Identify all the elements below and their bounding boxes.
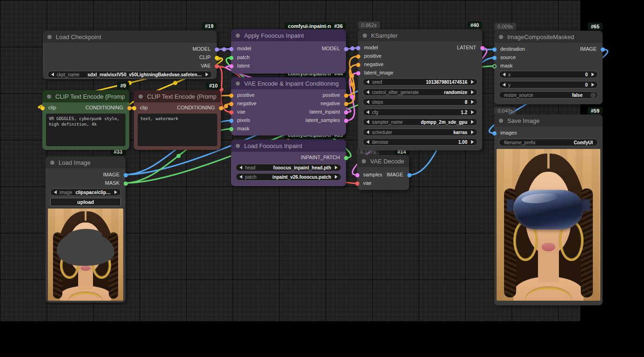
input-port-mask[interactable] xyxy=(492,64,497,68)
head-widget[interactable]: head fooocus_inpaint_head.pth xyxy=(236,164,341,171)
output-port-negative[interactable] xyxy=(344,102,348,106)
prev-value-arrow-icon[interactable] xyxy=(366,90,369,94)
input-port-negative[interactable] xyxy=(356,63,360,67)
collapse-dot-icon[interactable] xyxy=(139,94,143,99)
prev-value-arrow-icon[interactable] xyxy=(503,73,505,76)
output-port-mask[interactable] xyxy=(124,182,128,186)
input-port-patch[interactable] xyxy=(229,56,233,60)
next-value-arrow-icon[interactable] xyxy=(206,73,208,76)
prev-value-arrow-icon[interactable] xyxy=(366,80,369,84)
next-value-arrow-icon[interactable] xyxy=(591,83,594,87)
control-after-generate-widget[interactable]: control_after_generate randomize xyxy=(363,88,478,96)
y-widget[interactable]: y 0 xyxy=(499,81,598,88)
collapse-dot-icon[interactable] xyxy=(362,159,366,163)
input-port-vae[interactable] xyxy=(229,110,233,115)
output-port-image[interactable] xyxy=(601,47,605,52)
filename-prefix-widget[interactable]: filename_prefix ComfyUI xyxy=(499,139,598,146)
output-port-latent-inpaint[interactable] xyxy=(344,110,348,115)
node-load-fooocus-inpaint[interactable]: Load Fooocus Inpaint INPAINT_PATCH head … xyxy=(231,140,346,186)
prev-value-arrow-icon[interactable] xyxy=(239,166,242,169)
next-value-arrow-icon[interactable] xyxy=(471,110,474,114)
next-value-arrow-icon[interactable] xyxy=(471,140,474,144)
prev-value-arrow-icon[interactable] xyxy=(366,100,369,104)
collapse-dot-icon[interactable] xyxy=(236,34,240,38)
next-value-arrow-icon[interactable] xyxy=(335,175,338,179)
input-port-latent[interactable] xyxy=(229,64,233,68)
denoise-widget[interactable]: denoise 1.00 xyxy=(363,138,478,146)
input-port-positive[interactable] xyxy=(356,54,360,59)
input-port-negative[interactable] xyxy=(229,102,233,106)
input-port-source[interactable] xyxy=(492,56,497,60)
input-port-clip[interactable] xyxy=(132,106,136,110)
output-port-vae[interactable] xyxy=(215,64,219,68)
collapse-dot-icon[interactable] xyxy=(47,94,51,99)
next-value-arrow-icon[interactable] xyxy=(591,73,594,76)
collapse-dot-icon[interactable] xyxy=(363,34,367,38)
collapse-dot-icon[interactable] xyxy=(236,144,240,148)
prev-value-arrow-icon[interactable] xyxy=(54,190,57,194)
collapse-dot-icon[interactable] xyxy=(47,35,52,39)
output-port-image[interactable] xyxy=(407,173,412,177)
prev-value-arrow-icon[interactable] xyxy=(366,130,369,134)
prev-value-arrow-icon[interactable] xyxy=(366,110,369,114)
input-port-model[interactable] xyxy=(229,47,233,51)
sampler-name-widget[interactable]: sampler_name dpmpp_2m_sde_gpu xyxy=(363,118,478,126)
output-port-conditioning[interactable] xyxy=(127,106,132,110)
next-value-arrow-icon[interactable] xyxy=(471,80,474,84)
prompt-textarea[interactable]: VR GOGGLES, cyberpunk style, high defini… xyxy=(46,114,126,146)
node-load-checkpoint[interactable]: Load Checkpoint MODEL CLIP VAE ckpt_name… xyxy=(43,31,217,79)
output-port-conditioning[interactable] xyxy=(219,106,223,110)
prev-value-arrow-icon[interactable] xyxy=(503,83,505,87)
upload-button[interactable]: upload xyxy=(50,198,121,206)
seed-widget[interactable]: seed 1013879801474516 xyxy=(363,78,478,86)
collapse-dot-icon[interactable] xyxy=(499,35,503,39)
collapse-dot-icon[interactable] xyxy=(499,119,503,123)
next-value-arrow-icon[interactable] xyxy=(471,130,474,134)
patch-widget[interactable]: patch inpaint_v26.fooocus.patch xyxy=(236,173,341,181)
output-port-model[interactable] xyxy=(215,47,219,52)
input-port-model[interactable] xyxy=(356,46,360,50)
input-port-samples[interactable] xyxy=(355,173,359,177)
node-clip-text-encode-positive[interactable]: CLIP Text Encode (Prompt) clip CONDITION… xyxy=(42,90,129,150)
output-port-positive[interactable] xyxy=(344,94,348,98)
input-port-images[interactable] xyxy=(492,131,497,135)
input-port-latent-image[interactable] xyxy=(356,71,360,75)
cfg-widget[interactable]: cfg 1.2 xyxy=(363,108,478,116)
node-save-image[interactable]: Save Image images filename_prefix ComfyU… xyxy=(494,115,603,305)
prev-value-arrow-icon[interactable] xyxy=(366,120,369,124)
input-port-pixels[interactable] xyxy=(229,119,233,123)
image-select-widget[interactable]: image clipspace/clip… xyxy=(50,189,121,196)
ckpt-name-widget[interactable]: ckpt_name sdxl_realvisxlV50_v50Lightning… xyxy=(47,71,212,78)
scheduler-widget[interactable]: scheduler karras xyxy=(363,128,478,136)
steps-widget[interactable]: steps 8 xyxy=(363,98,478,106)
input-port-vae[interactable] xyxy=(355,182,359,186)
node-image-composite-masked[interactable]: ImageCompositeMasked destination IMAGE s… xyxy=(494,31,603,104)
collapse-dot-icon[interactable] xyxy=(236,81,240,86)
node-clip-text-encode-negative[interactable]: CLIP Text Encode (Prompt) clip CONDITION… xyxy=(134,90,221,150)
collapse-dot-icon[interactable] xyxy=(50,161,54,165)
output-port-latent[interactable] xyxy=(480,46,485,50)
prompt-textarea[interactable]: text, watermark xyxy=(138,114,217,146)
next-value-arrow-icon[interactable] xyxy=(471,120,474,124)
next-value-arrow-icon[interactable] xyxy=(471,90,474,94)
next-value-arrow-icon[interactable] xyxy=(114,190,117,194)
prev-value-arrow-icon[interactable] xyxy=(51,73,54,76)
resize-source-toggle[interactable]: resize_source false xyxy=(499,91,598,99)
input-port-destination[interactable] xyxy=(492,47,497,52)
node-vae-encode-inpaint-conditioning[interactable]: VAE Encode & Inpaint Conditioning positi… xyxy=(231,77,346,135)
prev-value-arrow-icon[interactable] xyxy=(366,140,369,144)
prev-value-arrow-icon[interactable] xyxy=(239,175,242,179)
output-port-image[interactable] xyxy=(124,173,128,177)
output-port-clip[interactable] xyxy=(215,56,219,60)
node-apply-fooocus-inpaint[interactable]: Apply Fooocus Inpaint model MODEL patch … xyxy=(231,29,346,74)
output-port-inpaint-patch[interactable] xyxy=(344,156,348,160)
output-port-latent-samples[interactable] xyxy=(344,119,348,123)
next-value-arrow-icon[interactable] xyxy=(335,166,338,169)
node-vae-decode[interactable]: VAE Decode samples IMAGE vae xyxy=(357,155,409,190)
node-ksampler[interactable]: KSampler model LATENT positive negative … xyxy=(358,29,482,150)
x-widget[interactable]: x 0 xyxy=(499,71,598,78)
node-load-image[interactable]: Load Image IMAGE MASK image clipspace/cl… xyxy=(46,156,126,303)
input-port-positive[interactable] xyxy=(229,94,233,98)
next-value-arrow-icon[interactable] xyxy=(471,100,474,104)
toggle-knob-icon[interactable] xyxy=(590,92,596,98)
